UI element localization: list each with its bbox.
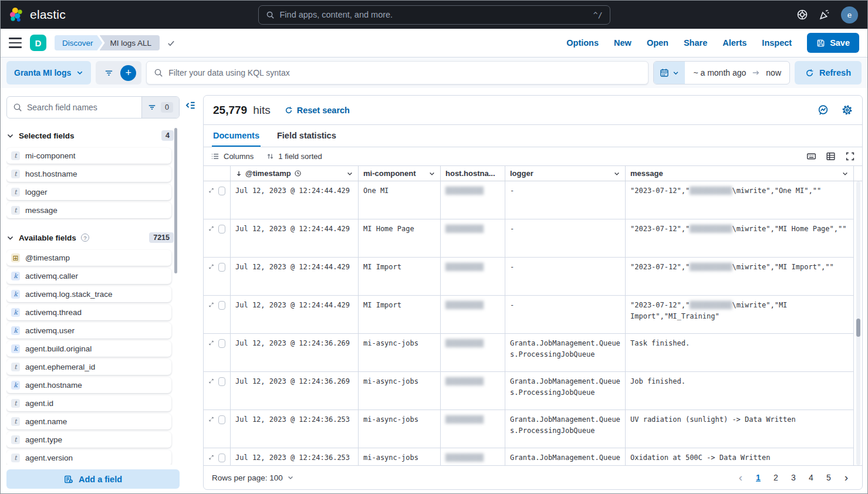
- row-checkbox[interactable]: [218, 377, 225, 386]
- column-header-mi-component[interactable]: mi-component: [359, 166, 441, 181]
- breadcrumb-saved-search[interactable]: MI logs ALL: [100, 35, 160, 50]
- reset-search-link[interactable]: Reset search: [285, 106, 350, 115]
- table-row[interactable]: Jul 12, 2023 @ 12:24:44.429 One MI █████…: [204, 181, 854, 219]
- selected-fields-header[interactable]: Selected fields 4: [6, 127, 180, 144]
- row-checkbox[interactable]: [218, 301, 225, 310]
- field-list-item[interactable]: t message: [6, 202, 171, 218]
- expand-row-icon[interactable]: [208, 301, 214, 309]
- message-text: Oxidation at 500C -> Data Written: [630, 454, 770, 462]
- user-avatar[interactable]: e: [841, 6, 858, 23]
- kql-query-input[interactable]: Filter your data using KQL syntax: [146, 61, 649, 84]
- field-list-item[interactable]: t agent.version: [6, 450, 171, 465]
- next-page-button[interactable]: ›: [839, 470, 854, 485]
- field-list-item[interactable]: t host.hostname: [6, 166, 171, 182]
- row-checkbox[interactable]: [218, 225, 225, 234]
- table-scrollbar[interactable]: [856, 319, 860, 337]
- view-tab[interactable]: Documents: [212, 126, 261, 147]
- filter-icon[interactable]: [99, 62, 118, 83]
- expand-row-icon[interactable]: [208, 225, 214, 232]
- table-row[interactable]: Jul 12, 2023 @ 12:24:36.253 mi-async-job…: [204, 448, 854, 465]
- keyboard-icon[interactable]: [806, 151, 816, 161]
- expand-row-icon[interactable]: [208, 415, 214, 423]
- view-tab[interactable]: Field statistics: [276, 126, 337, 147]
- row-checkbox[interactable]: [218, 454, 225, 462]
- field-list-item[interactable]: t logger: [6, 184, 171, 200]
- display-density-icon[interactable]: [826, 151, 836, 161]
- field-list-item[interactable]: k agent.hostname: [6, 377, 171, 393]
- nav-link[interactable]: Open: [647, 38, 668, 48]
- nav-link[interactable]: Share: [684, 38, 707, 48]
- global-search-input[interactable]: Find apps, content, and more. ^/: [258, 5, 610, 25]
- menu-icon[interactable]: [9, 38, 22, 48]
- refresh-button[interactable]: Refresh: [795, 61, 862, 84]
- elastic-logo[interactable]: elastic: [1, 7, 66, 22]
- save-button[interactable]: Save: [807, 33, 859, 53]
- sort-fields-button[interactable]: 1 field sorted: [266, 152, 322, 161]
- nav-link[interactable]: Inspect: [762, 38, 792, 48]
- expand-row-icon[interactable]: [208, 454, 214, 461]
- gear-icon[interactable]: [842, 104, 853, 116]
- breadcrumb-discover[interactable]: Discover: [55, 35, 103, 50]
- chart-options-icon[interactable]: [818, 104, 829, 116]
- column-header-logger[interactable]: logger: [505, 166, 626, 181]
- table-row[interactable]: Jul 12, 2023 @ 12:24:36.269 mi-async-job…: [204, 334, 854, 372]
- sidebar-scrollbar[interactable]: [174, 128, 177, 273]
- table-row[interactable]: Jul 12, 2023 @ 12:24:44.429 MI Home Page…: [204, 219, 854, 258]
- data-view-picker[interactable]: Granta MI logs: [6, 61, 91, 84]
- time-end[interactable]: now: [766, 68, 781, 77]
- field-filter-button[interactable]: 0: [141, 97, 179, 118]
- expand-row-icon[interactable]: [208, 187, 214, 194]
- space-badge[interactable]: D: [30, 35, 46, 51]
- available-fields-count: 7215: [149, 232, 174, 243]
- field-list-item[interactable]: k agent.build.original: [6, 341, 171, 357]
- add-field-button[interactable]: Add a field: [6, 469, 180, 489]
- columns-button[interactable]: Columns: [211, 152, 254, 161]
- page-number-button[interactable]: 4: [803, 470, 819, 485]
- table-row[interactable]: Jul 12, 2023 @ 12:24:36.269 mi-async-job…: [204, 372, 854, 410]
- column-header-message[interactable]: message: [626, 166, 854, 181]
- column-header-hostname[interactable]: host.hostna...: [441, 166, 505, 181]
- column-header-timestamp[interactable]: @timestamp: [231, 166, 359, 181]
- expand-row-icon[interactable]: [208, 263, 214, 270]
- rows-per-page-button[interactable]: Rows per page: 100: [212, 473, 294, 482]
- help-icon[interactable]: [796, 9, 808, 21]
- field-search-input[interactable]: Search field names 0: [6, 96, 180, 119]
- nav-link[interactable]: Alerts: [722, 38, 747, 48]
- row-checkbox[interactable]: [218, 263, 225, 272]
- field-list-item[interactable]: k activemq.caller: [6, 268, 171, 284]
- page-number-button[interactable]: 3: [786, 470, 801, 485]
- table-row[interactable]: Jul 12, 2023 @ 12:24:36.253 mi-async-job…: [204, 410, 854, 448]
- expand-row-icon[interactable]: [208, 339, 214, 347]
- nav-link[interactable]: New: [614, 38, 631, 48]
- field-list-item[interactable]: ⊞ @timestamp: [6, 250, 171, 266]
- page-number-button[interactable]: 2: [768, 470, 783, 485]
- previous-page-button[interactable]: ‹: [733, 470, 748, 485]
- calendar-menu-button[interactable]: [654, 62, 685, 84]
- nav-link[interactable]: Options: [566, 38, 599, 48]
- time-start[interactable]: ~ a month ago: [693, 68, 746, 77]
- fullscreen-icon[interactable]: [845, 151, 855, 161]
- cell-hostname: █████████: [441, 410, 505, 448]
- field-list-item[interactable]: t agent.name: [6, 414, 171, 429]
- expand-row-icon[interactable]: [208, 377, 214, 385]
- field-list-item[interactable]: t agent.ephemeral_id: [6, 359, 171, 375]
- available-fields-header[interactable]: Available fields ? 7215: [6, 229, 180, 246]
- field-list-item[interactable]: t agent.type: [6, 432, 171, 448]
- add-filter-button[interactable]: +: [120, 65, 136, 81]
- row-checkbox[interactable]: [218, 339, 225, 348]
- table-row[interactable]: Jul 12, 2023 @ 12:24:44.429 MI Import ██…: [204, 296, 854, 334]
- field-list-item[interactable]: t agent.id: [6, 395, 171, 411]
- hits-count: 25,779: [213, 104, 247, 117]
- field-list-item[interactable]: t mi-component: [6, 148, 171, 164]
- field-list-item[interactable]: k activemq.user: [6, 323, 171, 339]
- row-checkbox[interactable]: [218, 187, 225, 195]
- table-row[interactable]: Jul 12, 2023 @ 12:24:44.429 MI Import ██…: [204, 258, 854, 296]
- page-number-button[interactable]: 1: [751, 470, 766, 485]
- field-list-item[interactable]: k activemq.thread: [6, 304, 171, 320]
- field-type-icon: t: [11, 417, 20, 426]
- news-icon[interactable]: [819, 9, 830, 21]
- row-checkbox[interactable]: [218, 415, 225, 424]
- field-list-item[interactable]: k activemq.log.stack_trace: [6, 286, 171, 302]
- collapse-sidebar-icon[interactable]: [185, 100, 196, 111]
- page-number-button[interactable]: 5: [821, 470, 836, 485]
